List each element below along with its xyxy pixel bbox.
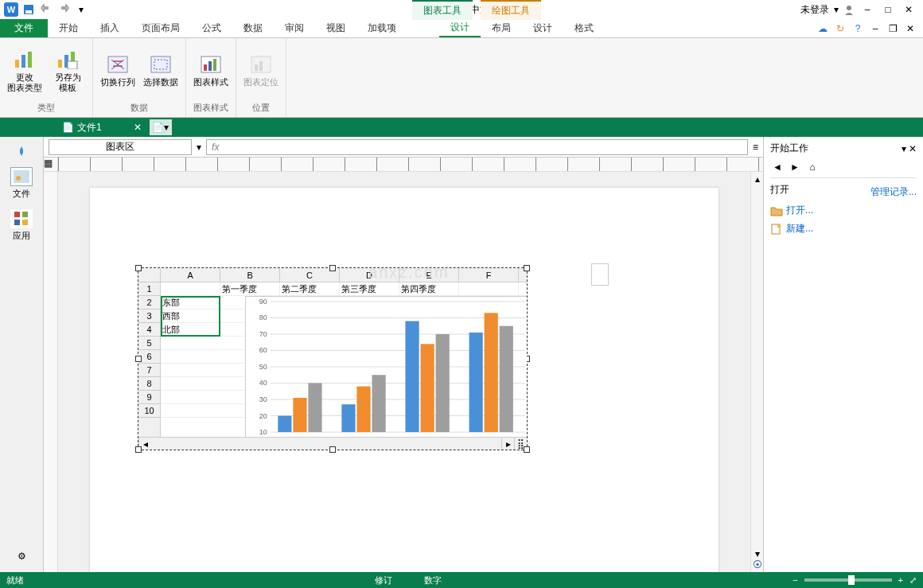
tab-chart-design[interactable]: 设计 — [439, 19, 481, 37]
redo-icon[interactable] — [56, 2, 72, 18]
chart-object[interactable]: 102030405060708090 — [245, 296, 527, 437]
file-tab[interactable]: 文件 — [0, 19, 48, 37]
titlebar: W ▾ 文件1* - 永中文字 图表工具 绘图工具 未登录 ▾ – □ ✕ — [0, 0, 923, 19]
cell[interactable]: 北部 — [161, 323, 220, 336]
name-box-dropdown-icon[interactable]: ▾ — [197, 142, 201, 153]
row-header[interactable]: 8 — [138, 377, 160, 391]
row-header[interactable]: 10 — [138, 404, 160, 418]
minimize-button[interactable]: – — [859, 2, 875, 18]
formula-expand-icon[interactable]: ≡ — [753, 142, 758, 153]
context-tab-draw[interactable]: 绘图工具 — [481, 0, 541, 20]
tab-insert[interactable]: 插入 — [89, 19, 130, 37]
tab-formula[interactable]: 公式 — [191, 19, 232, 37]
cell[interactable]: 第一季度 — [220, 282, 280, 295]
formula-input[interactable]: fx — [206, 139, 748, 155]
settings-gear-icon[interactable]: ⚙ — [12, 547, 31, 566]
new-doc-tab-button[interactable]: 📄▾ — [150, 119, 172, 135]
task-fwd-icon[interactable]: ► — [788, 160, 802, 174]
qat-dropdown-icon[interactable]: ▾ — [73, 2, 89, 18]
scroll-right-icon[interactable]: ▸ — [501, 438, 514, 450]
login-status[interactable]: 未登录 — [800, 3, 829, 17]
change-chart-type-button[interactable]: 更改 图表类型 — [6, 41, 43, 100]
tab-home[interactable]: 开始 — [48, 19, 89, 37]
login-dropdown-icon[interactable]: ▾ — [834, 4, 839, 15]
horizontal-ruler[interactable] — [58, 158, 763, 171]
file-thumb-icon — [10, 167, 33, 186]
doc-tab[interactable]: 📄 文件1 ✕ — [56, 118, 148, 137]
row-header[interactable]: 7 — [138, 364, 160, 377]
cells-area[interactable]: 第一季度 第二季度 第三季度 第四季度 东部 西部 北部 — [161, 282, 527, 437]
open-link[interactable]: 打开... — [770, 201, 917, 220]
restore-doc-icon[interactable]: ❐ — [886, 22, 899, 35]
scroll-down-icon[interactable]: ▾ — [755, 548, 760, 559]
cell[interactable]: 第二季度 — [280, 282, 340, 295]
row-header[interactable]: 2 — [138, 296, 160, 310]
help-icon[interactable]: ? — [851, 22, 864, 35]
tab-view[interactable]: 视图 — [315, 19, 356, 37]
cell[interactable]: 第三季度 — [340, 282, 399, 295]
svg-rect-25 — [22, 220, 28, 225]
task-home-icon[interactable]: ⌂ — [805, 160, 820, 174]
embedded-spreadsheet-object[interactable]: A B C D E F 12345678910 — [138, 267, 528, 450]
task-close-icon[interactable]: ✕ — [909, 143, 917, 154]
user-icon[interactable] — [843, 4, 855, 15]
tab-draw-format[interactable]: 格式 — [563, 19, 605, 37]
row-header[interactable]: 5 — [138, 337, 160, 350]
undo-icon[interactable] — [38, 2, 54, 18]
row-header[interactable]: 6 — [138, 350, 160, 364]
ruler-corner[interactable]: ▦ — [44, 158, 58, 171]
select-data-button[interactable]: 选择数据 — [142, 41, 179, 100]
new-doc-link[interactable]: 新建... — [770, 220, 917, 238]
name-box[interactable] — [49, 139, 192, 155]
row-header[interactable]: 1 — [138, 282, 160, 296]
scroll-up-icon[interactable]: ▴ — [755, 173, 760, 185]
task-back-icon[interactable]: ◄ — [770, 160, 785, 174]
switch-row-col-button[interactable]: 切换行列 — [99, 41, 136, 100]
context-tab-chart[interactable]: 图表工具 — [412, 0, 473, 20]
col-header[interactable]: F — [459, 268, 519, 282]
tab-addins[interactable]: 加载项 — [356, 19, 407, 37]
svg-rect-20 — [14, 170, 29, 183]
vertical-ruler[interactable] — [44, 172, 58, 572]
pin-icon[interactable] — [12, 142, 31, 161]
tab-data[interactable]: 数据 — [232, 19, 274, 37]
page-nav-icon[interactable]: ⦿ — [753, 559, 762, 570]
refresh-icon[interactable]: ↻ — [834, 22, 847, 35]
tab-page-layout[interactable]: 页面布局 — [130, 19, 191, 37]
task-dropdown-icon[interactable]: ▾ — [902, 143, 906, 154]
sidebar-item-app[interactable]: 应用 — [2, 206, 41, 245]
tab-chart-layout[interactable]: 布局 — [481, 19, 522, 37]
app-icon[interactable]: W — [3, 2, 19, 18]
row-header[interactable]: 3 — [138, 310, 160, 323]
min-ribbon-icon[interactable]: – — [869, 22, 882, 35]
cell[interactable]: 西部 — [161, 310, 220, 322]
row-header[interactable]: 9 — [138, 391, 160, 404]
save-template-button[interactable]: 另存为 模板 — [49, 41, 86, 100]
svg-rect-57 — [777, 224, 781, 228]
select-all-corner[interactable] — [138, 268, 161, 282]
close-doc-icon[interactable]: ✕ — [904, 22, 917, 35]
cell[interactable]: 第四季度 — [399, 282, 459, 295]
status-num[interactable]: 数字 — [424, 574, 442, 586]
doc-tab-close-icon[interactable]: ✕ — [134, 122, 142, 133]
tab-review[interactable]: 审阅 — [274, 19, 315, 37]
maximize-button[interactable]: □ — [880, 2, 896, 18]
sidebar-item-file[interactable]: 文件 — [2, 164, 41, 203]
status-revision[interactable]: 修订 — [375, 574, 392, 586]
col-header[interactable]: A — [161, 268, 220, 282]
row-header[interactable]: 4 — [138, 323, 160, 337]
vertical-scrollbar[interactable]: ▴ ▾ ⦿ — [750, 172, 763, 572]
cloud-icon[interactable]: ☁ — [816, 22, 829, 35]
svg-rect-14 — [204, 64, 207, 71]
zoom-in-icon[interactable]: + — [898, 575, 903, 585]
zoom-fit-icon[interactable]: ⤢ — [909, 575, 917, 586]
col-header[interactable]: B — [220, 268, 280, 282]
manage-records-link[interactable]: 管理记录... — [870, 183, 917, 201]
tab-draw-design[interactable]: 设计 — [522, 19, 563, 37]
close-button[interactable]: ✕ — [901, 2, 917, 18]
cell[interactable]: 东部 — [161, 296, 220, 309]
save-icon[interactable] — [21, 2, 37, 18]
zoom-slider[interactable] — [804, 578, 892, 582]
zoom-out-icon[interactable]: − — [793, 575, 797, 585]
chart-styles-button[interactable]: 图表样式 — [193, 41, 229, 100]
